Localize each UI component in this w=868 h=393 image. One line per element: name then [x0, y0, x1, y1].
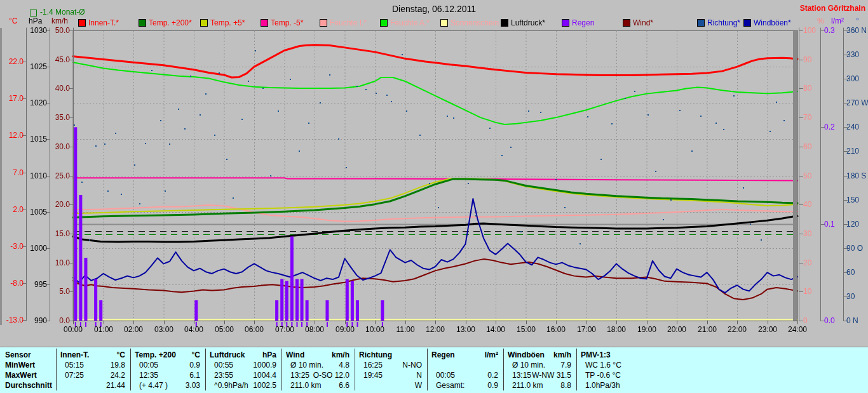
y-axis-label-direction: 150	[846, 196, 868, 204]
y-axis-label-percent: 10	[803, 288, 822, 295]
table-col-header: PMV-1:3	[581, 350, 611, 359]
y-axis-label-celsius: -8.0	[1, 279, 24, 287]
page-title: Dienstag, 06.12.2011	[307, 5, 561, 13]
legend-item-5[interactable]: Feuchte I.*	[330, 18, 367, 27]
table-cell-value: 8.8	[501, 381, 571, 390]
table-cell-value: 0.9	[130, 361, 200, 370]
table-cell-value: 21.44	[55, 381, 125, 390]
legend-item-7[interactable]: Sonnenschein	[451, 18, 499, 27]
axis-unit-lm2: l/m²	[831, 17, 844, 25]
y-axis-label-kmh: 30.0	[48, 143, 70, 150]
x-axis-label-time: 04:00	[181, 325, 207, 334]
axis-unit-hpa: hPa	[29, 17, 42, 25]
x-axis-label-time: 09:00	[332, 325, 358, 334]
axis-unit-degree: °	[856, 17, 859, 25]
table-cell-value: 24.2	[55, 371, 125, 380]
y-axis-label-direction: 210	[846, 147, 868, 155]
legend-swatch-icon	[743, 19, 751, 27]
table-cell-value: 1002.5	[207, 381, 276, 390]
table-cell-value: N-NO	[352, 361, 422, 370]
y-axis-label-kmh: 5.0	[48, 288, 70, 295]
y-axis-label-lm2: 0.2	[824, 123, 843, 131]
axis-unit-celsius: °C	[9, 17, 17, 25]
table-cell-value: W	[352, 381, 422, 390]
y-axis-label-celsius: 17.0	[1, 95, 24, 102]
x-axis-label-time: 01:00	[91, 325, 116, 334]
x-axis-label-time: 00:00	[60, 325, 86, 334]
legend-item-1[interactable]: Innen-T.*	[88, 18, 119, 27]
table-cell-value: 0.2	[428, 371, 498, 380]
y-axis-label-percent: 60	[803, 143, 822, 150]
y-axis-label-lm2: 0.0	[824, 317, 843, 324]
x-axis-label-time: 17:00	[574, 325, 599, 334]
table-cell-value: N	[352, 371, 422, 380]
table-cell-time: 1.0hPa/3h	[585, 381, 620, 390]
y-axis-label-lm2: 0.3	[824, 27, 843, 34]
legend-item-6[interactable]: Feuchte A.*	[390, 18, 430, 27]
table-col-unit: km/h	[280, 350, 349, 359]
x-axis-label-time: 22:00	[724, 325, 750, 334]
y-axis-label-direction: 240	[846, 123, 868, 131]
legend-swatch-icon	[139, 19, 146, 27]
legend-swatch-icon	[440, 19, 448, 27]
y-axis-label-hpa: 990	[27, 317, 47, 324]
legend-swatch-icon	[78, 19, 86, 27]
legend-item-3[interactable]: Temp. +5*	[210, 18, 245, 27]
y-axis-label-hpa: 1030	[27, 27, 47, 34]
legend-item-2[interactable]: Temp. +200*	[149, 18, 192, 27]
y-axis-label-celsius: -3.0	[1, 243, 24, 250]
y-axis-label-percent: 40	[803, 201, 822, 208]
y-axis-label-percent: 0	[803, 317, 822, 324]
y-axis-label-percent: 20	[803, 259, 822, 267]
legend-item-8[interactable]: Luftdruck*	[511, 18, 545, 27]
legend-item-9[interactable]: Regen	[572, 18, 594, 27]
table-col-unit: °C	[55, 350, 125, 359]
table-cell-value: 19.8	[55, 361, 125, 370]
legend-swatch-icon	[261, 19, 268, 27]
legend-swatch-icon	[380, 19, 388, 27]
legend-item-10[interactable]: Wind*	[633, 18, 653, 27]
x-axis-label-time: 10:00	[362, 325, 388, 334]
y-axis-label-kmh: 25.0	[48, 172, 70, 180]
table-col-unit: l/m²	[428, 350, 498, 359]
legend-item-11[interactable]: Richtung*	[707, 18, 740, 27]
table-col-unit: °C	[130, 350, 200, 359]
y-axis-label-celsius: 12.0	[1, 131, 24, 139]
x-axis-label-time: 02:00	[121, 325, 146, 334]
y-axis-label-direction: 90 O	[846, 244, 868, 252]
y-axis-label-kmh: 10.0	[48, 259, 70, 267]
y-axis-label-direction: 360 N	[846, 27, 868, 34]
x-axis-label-time: 20:00	[664, 325, 689, 334]
table-row-label: Durchschnitt	[5, 381, 52, 390]
x-axis-label-time: 16:00	[543, 325, 569, 334]
weather-day-chart-window: Dienstag, 06.12.2011 Station Göritzhain …	[0, 0, 868, 393]
table-cell-value: 3.03	[130, 381, 200, 390]
legend-swatch-icon	[697, 19, 705, 27]
table-col-header: Richtung	[359, 350, 392, 359]
y-axis-label-hpa: 1000	[27, 244, 47, 252]
y-axis-label-hpa: 1005	[27, 208, 47, 216]
table-cell-value: O-SO 12.0	[280, 371, 349, 380]
table-row-label: MaxWert	[5, 371, 37, 380]
legend-item-4[interactable]: Temp. -5*	[271, 18, 303, 27]
table-separator	[427, 349, 428, 390]
x-axis-label-time: 03:00	[151, 325, 177, 334]
x-axis-label-time: 13:00	[453, 325, 478, 334]
legend-swatch-icon	[562, 19, 569, 27]
legend-item-12[interactable]: Windböen*	[754, 18, 791, 27]
y-axis-label-kmh: 15.0	[48, 230, 70, 237]
table-cell-value: 1004.4	[207, 371, 276, 380]
y-axis-label-direction: 330	[846, 51, 868, 58]
legend-swatch-icon	[320, 19, 327, 27]
y-axis-label-kmh: 0.0	[48, 317, 70, 324]
table-cell-value: 1000.9	[207, 361, 276, 370]
x-axis-label-time: 21:00	[695, 325, 720, 334]
table-cell-value: W-NW 31.5	[501, 371, 571, 380]
month-average-label: -1.4 Monat-Ø	[40, 8, 85, 17]
y-axis-label-kmh: 35.0	[48, 114, 70, 121]
x-axis-label-time: 14:00	[483, 325, 508, 334]
y-axis-label-celsius: -13.0	[1, 316, 24, 324]
table-cell-value: 0.9	[428, 381, 498, 390]
table-cell-time: WC 1.6 °C	[585, 361, 621, 370]
axis-unit-kmh: km/h	[51, 17, 68, 25]
